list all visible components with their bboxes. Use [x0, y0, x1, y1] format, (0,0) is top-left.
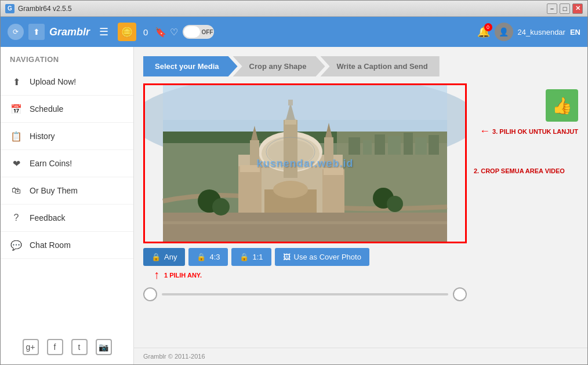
sidebar-item-or-buy-them[interactable]: 🛍 Or Buy Them: [1, 177, 133, 205]
window-controls: − □ ✕: [547, 3, 583, 14]
user-avatar[interactable]: 👤: [495, 23, 513, 41]
step3-label: Write a Caption and Send: [337, 62, 428, 71]
nav-home-icon[interactable]: ⟳: [8, 24, 24, 40]
twitter-icon[interactable]: t: [71, 339, 88, 355]
logo-text: Gramblr: [49, 26, 90, 38]
feedback-label: Feedback: [30, 213, 65, 222]
slider-right-handle[interactable]: [453, 287, 467, 301]
image-border: kusnendar.web.id: [143, 83, 467, 243]
svg-rect-8: [375, 134, 385, 155]
svg-rect-7: [363, 140, 372, 155]
history-icon: 📋: [10, 130, 23, 143]
toggle-button[interactable]: OFF: [183, 25, 214, 39]
svg-rect-31: [163, 213, 447, 242]
coins-icon[interactable]: 🪙: [118, 23, 136, 41]
arrow-ok-icon: ←: [480, 125, 490, 137]
media-container: kusnendar.web.id 🔒 Any �: [143, 83, 578, 341]
google-plus-icon[interactable]: g+: [23, 339, 39, 355]
crop-btn-43[interactable]: 🔒 4:3: [188, 248, 228, 266]
slider-track[interactable]: [162, 293, 448, 295]
step-select-media[interactable]: Select your Media: [143, 56, 238, 76]
bell-icon[interactable]: 🔔 0: [477, 25, 490, 38]
instruction-1-text: 1 PILIH ANY.: [164, 272, 202, 279]
language-selector[interactable]: EN: [570, 28, 580, 36]
instructions-panel: 👍 ← 3. PILIH OK UNTUK LANJUT 2. CROP SEM…: [474, 83, 578, 341]
svg-point-36: [387, 196, 403, 212]
nav-section-label: Navigation: [1, 47, 133, 68]
buy-label: Or Buy Them: [30, 186, 78, 195]
crop-controls: 🔒 Any 🔒 4:3 🔒 1:1: [143, 248, 467, 282]
cover-photo-icon: 🖼: [283, 253, 291, 261]
sidebar-social-links: g+ f t 📷: [1, 330, 133, 364]
step1-label: Select your Media: [155, 62, 219, 71]
maximize-button[interactable]: □: [560, 3, 570, 14]
sidebar-item-upload-now[interactable]: ⬆ Upload Now!: [1, 68, 133, 96]
buy-icon: 🛍: [10, 184, 23, 197]
mosque-image: kusnendar.web.id: [145, 85, 465, 242]
right-footer: Gramblr © 2011-2016: [134, 348, 587, 364]
earn-coins-icon: ❤: [10, 157, 23, 170]
app-window: G Gramblr64 v2.5.5 − □ ✕ ⟳ ⬆ Gramblr ☰ 🪙…: [0, 0, 588, 365]
steps-header: Select your Media Crop any Shape Write a…: [134, 47, 587, 76]
slider-row: [143, 285, 467, 304]
hamburger-menu[interactable]: ☰: [95, 23, 113, 41]
toggle-label: OFF: [201, 29, 213, 35]
svg-rect-11: [415, 137, 427, 155]
lock-icon-any: 🔒: [151, 253, 161, 261]
sidebar-item-earn-coins[interactable]: ❤ Earn Coins!: [1, 150, 133, 177]
content-area: kusnendar.web.id 🔒 Any �: [134, 76, 587, 348]
chat-label: Chat Room: [30, 240, 71, 250]
right-panel: Select your Media Crop any Shape Write a…: [134, 47, 587, 364]
title-bar: G Gramblr64 v2.5.5 − □ ✕: [1, 1, 587, 17]
schedule-label: Schedule: [30, 104, 63, 114]
svg-rect-12: [429, 135, 439, 155]
nav-heart-bookmark: 🔖 ♡: [155, 27, 178, 38]
top-nav: ⟳ ⬆ Gramblr ☰ 🪙 0 🔖 ♡ OFF 🔔 0 👤 24_kusne…: [1, 17, 587, 47]
app-icon: G: [5, 4, 14, 13]
lock-icon-43: 🔒: [197, 253, 206, 261]
feedback-icon: ?: [10, 211, 23, 224]
svg-rect-9: [388, 136, 401, 155]
step-crop-shape[interactable]: Crop any Shape: [233, 56, 325, 76]
sidebar-item-chat-room[interactable]: 💬 Chat Room: [1, 232, 133, 259]
earn-coins-label: Earn Coins!: [30, 159, 72, 168]
upload-label: Upload Now!: [30, 77, 76, 86]
step-caption-send[interactable]: Write a Caption and Send: [321, 56, 440, 76]
sidebar-item-feedback[interactable]: ? Feedback: [1, 205, 133, 232]
lock-icon-11: 🔒: [239, 253, 249, 261]
window-title: Gramblr64 v2.5.5: [18, 5, 547, 13]
instruction-3-row: ← 3. PILIH OK UNTUK LANJUT: [480, 125, 578, 137]
crop-buttons-row: 🔒 Any 🔒 4:3 🔒 1:1: [143, 248, 467, 266]
chat-icon: 💬: [10, 239, 23, 251]
minimize-button[interactable]: −: [547, 3, 557, 14]
svg-point-34: [212, 198, 230, 216]
svg-point-26: [273, 181, 308, 198]
sidebar-item-history[interactable]: 📋 History: [1, 123, 133, 150]
username-label: 24_kusnendar: [518, 28, 565, 36]
instruction-3-text: 3. PILIH OK UNTUK LANJUT: [492, 128, 578, 135]
copyright-text: Gramblr © 2011-2016: [143, 353, 205, 360]
svg-rect-32: [163, 221, 447, 224]
heart-icon[interactable]: ♡: [170, 27, 178, 38]
instagram-icon[interactable]: 📷: [96, 339, 112, 355]
toggle-knob: [184, 26, 200, 38]
coins-count: 0: [143, 27, 148, 37]
facebook-icon[interactable]: f: [47, 339, 63, 355]
svg-rect-10: [404, 133, 413, 155]
nav-logo: Gramblr: [49, 26, 90, 38]
ok-button[interactable]: 👍: [546, 89, 578, 122]
schedule-icon: 📅: [10, 103, 23, 115]
nav-upload-icon[interactable]: ⬆: [28, 24, 45, 40]
crop-btn-cover[interactable]: 🖼 Use as Cover Photo: [275, 248, 369, 266]
bookmark-icon[interactable]: 🔖: [155, 27, 166, 38]
close-button[interactable]: ✕: [572, 3, 583, 14]
sidebar-item-schedule[interactable]: 📅 Schedule: [1, 96, 133, 123]
slider-left-handle[interactable]: [143, 287, 157, 301]
sidebar: Navigation ⬆ Upload Now! 📅 Schedule 📋 Hi…: [1, 47, 134, 364]
bell-badge: 0: [484, 23, 492, 31]
crop-btn-11[interactable]: 🔒 1:1: [231, 248, 271, 266]
watermark: kusnendar.web.id: [256, 158, 353, 170]
instruction-2-text: 2. CROP SEMUA AREA VIDEO: [474, 167, 565, 174]
svg-rect-38: [163, 85, 447, 120]
crop-btn-any[interactable]: 🔒 Any: [143, 248, 185, 266]
